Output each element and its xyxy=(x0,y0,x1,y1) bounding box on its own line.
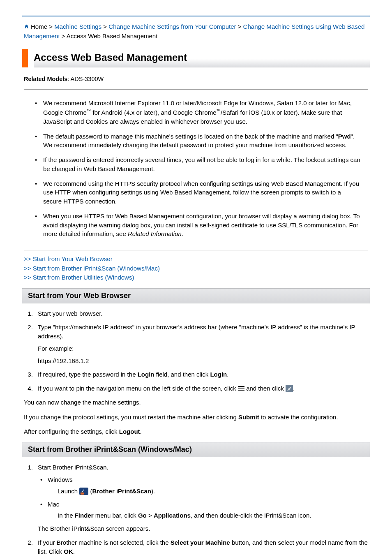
pin-icon xyxy=(286,385,293,392)
breadcrumb-home: Home xyxy=(31,23,47,30)
page-title: Access Web Based Management xyxy=(34,49,370,68)
note-item: If the password is entered incorrectly s… xyxy=(32,155,360,173)
link-start-iprintscan[interactable]: >> Start from Brother iPrint&Scan (Windo… xyxy=(24,264,368,273)
subheading-web-browser: Start from Your Web Browser xyxy=(22,288,370,303)
note-item: We recommend using the HTTPS security pr… xyxy=(32,179,360,206)
link-start-utilities[interactable]: >> Start from Brother Utilities (Windows… xyxy=(24,273,368,282)
note-item: When you use HTTPS for Web Based Managem… xyxy=(32,212,360,238)
body-paragraph: You can now change the machine settings. xyxy=(24,398,368,407)
breadcrumb: Home > Machine Settings > Change Machine… xyxy=(22,22,370,41)
note-item: The default password to manage this mach… xyxy=(32,132,360,150)
related-models: Related Models: ADS-3300W xyxy=(24,75,368,83)
sub-bullet-windows: Windows Launch ✓ (Brother iPrint&Scan). xyxy=(38,475,368,496)
steps-web-browser: Start your web browser. Type "https://ma… xyxy=(24,309,368,393)
jump-links: >> Start from Your Web Browser >> Start … xyxy=(24,254,368,282)
step-item: Type "https://machine's IP address" in y… xyxy=(35,323,368,365)
note-box: We recommend Microsoft Internet Explorer… xyxy=(24,89,368,250)
breadcrumb-link-change-from-computer[interactable]: Change Machine Settings from Your Comput… xyxy=(108,23,236,30)
hamburger-menu-icon xyxy=(238,385,244,392)
step-item: Start your web browser. xyxy=(35,309,368,318)
step-item: Start Brother iPrint&Scan. Windows Launc… xyxy=(35,463,368,533)
steps-iprintscan: Start Brother iPrint&Scan. Windows Launc… xyxy=(24,463,368,555)
body-paragraph: After configuring the settings, click Lo… xyxy=(24,427,368,436)
breadcrumb-current: Access Web Based Management xyxy=(67,32,158,39)
sub-bullet-mac: Mac In the Finder menu bar, click Go > A… xyxy=(38,500,368,520)
step-item: If you want to pin the navigation menu o… xyxy=(35,384,368,393)
breadcrumb-link-machine-settings[interactable]: Machine Settings xyxy=(54,23,101,30)
note-item: We recommend Microsoft Internet Explorer… xyxy=(32,99,360,126)
link-start-web-browser[interactable]: >> Start from Your Web Browser xyxy=(24,254,368,264)
page-title-row: Access Web Based Management xyxy=(22,49,370,68)
title-accent-bar xyxy=(22,49,28,68)
body-paragraph: If you change the protocol settings, you… xyxy=(24,413,368,422)
subheading-iprintscan: Start from Brother iPrint&Scan (Windows/… xyxy=(22,442,370,457)
step-item: If required, type the password in the Lo… xyxy=(35,370,368,379)
home-icon xyxy=(24,23,29,32)
iprintscan-app-icon: ✓ xyxy=(79,488,88,495)
step-item: If your Brother machine is not selected,… xyxy=(35,538,368,555)
